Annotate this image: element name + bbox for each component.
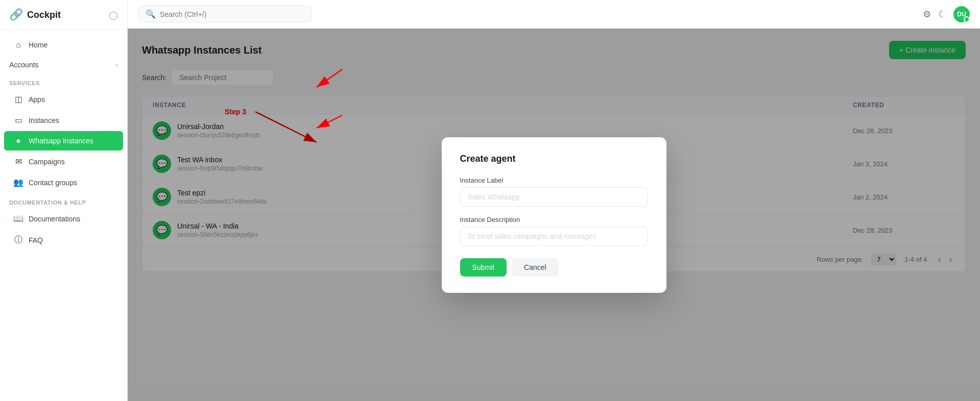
documentations-label: Documentations xyxy=(29,215,80,223)
modal-overlay: Create agent Instance Label Instance Des… xyxy=(128,29,980,401)
create-agent-modal: Create agent Instance Label Instance Des… xyxy=(442,137,666,293)
sidebar-item-accounts[interactable]: Accounts › xyxy=(0,56,127,74)
instance-label-group: Instance Label xyxy=(460,177,648,207)
home-label: Home xyxy=(29,41,47,49)
chevron-right-icon: › xyxy=(115,61,118,69)
docs-icon: 📖 xyxy=(13,214,23,223)
campaigns-icon: ✉ xyxy=(13,157,23,166)
sidebar-item-contact-groups[interactable]: 👥 Contact groups xyxy=(4,172,123,192)
sidebar-nav: ⌂ Home Accounts › SERVICES ◫ Apps ▭ Inst… xyxy=(0,30,127,256)
cancel-button[interactable]: Cancel xyxy=(512,258,559,277)
instance-description-group: Instance Description xyxy=(460,216,648,246)
instance-description-input[interactable] xyxy=(460,227,648,246)
avatar-initials: DU xyxy=(957,11,966,18)
sidebar-item-instances[interactable]: ▭ Instances xyxy=(4,110,123,130)
whatsapp-nav-icon: ● xyxy=(13,136,23,145)
sidebar: 🔗 Cockpit ◯ ⌂ Home Accounts › SERVICES ◫… xyxy=(0,0,128,401)
instances-label: Instances xyxy=(29,116,59,124)
contact-groups-icon: 👥 xyxy=(13,178,23,187)
contact-groups-label: Contact groups xyxy=(29,179,77,187)
faq-label: FAQ xyxy=(29,236,43,244)
apps-label: Apps xyxy=(29,95,45,104)
instance-description-label: Instance Description xyxy=(460,216,648,223)
svg-line-6 xyxy=(317,115,342,128)
submit-button[interactable]: Submit xyxy=(460,258,507,277)
instance-label-label: Instance Label xyxy=(460,177,648,184)
topbar: 🔍 ⚙ ☾ DU xyxy=(128,0,980,29)
home-icon: ⌂ xyxy=(13,40,23,49)
accounts-label: Accounts xyxy=(9,61,39,69)
topbar-actions: ⚙ ☾ DU xyxy=(923,6,970,22)
modal-actions: Submit Cancel xyxy=(460,258,648,277)
theme-toggle-icon[interactable]: ☾ xyxy=(938,9,946,20)
campaigns-label: Campaigns xyxy=(29,158,65,166)
sidebar-item-faq[interactable]: ⓘ FAQ xyxy=(4,230,123,250)
sidebar-item-whatsapp-instances[interactable]: ● Whatsapp Instances xyxy=(4,131,123,151)
sidebar-item-documentations[interactable]: 📖 Documentations xyxy=(4,209,123,229)
sidebar-item-apps[interactable]: ◫ Apps xyxy=(4,89,123,109)
page-content: Whatsapp Instances List + Create instanc… xyxy=(128,29,980,401)
search-input[interactable] xyxy=(160,10,304,18)
search-box[interactable]: 🔍 xyxy=(138,6,312,22)
instance-label-input[interactable] xyxy=(460,187,648,207)
faq-icon: ⓘ xyxy=(13,235,23,245)
sidebar-item-home[interactable]: ⌂ Home xyxy=(4,35,123,55)
whatsapp-instances-label: Whatsapp Instances xyxy=(29,137,93,145)
search-icon: 🔍 xyxy=(146,9,156,19)
modal-annotation-arrows xyxy=(128,29,980,401)
translate-icon[interactable]: ⚙ xyxy=(923,9,931,20)
svg-line-5 xyxy=(317,69,342,87)
avatar[interactable]: DU xyxy=(953,6,970,22)
services-section-label: SERVICES xyxy=(0,74,127,88)
sidebar-item-campaigns[interactable]: ✉ Campaigns xyxy=(4,152,123,171)
settings-icon[interactable]: ◯ xyxy=(109,10,118,20)
instances-icon: ▭ xyxy=(13,115,23,125)
logo-icon: 🔗 xyxy=(9,8,23,21)
docs-section-label: DOCUMENTATION & HELP xyxy=(0,193,127,208)
apps-icon: ◫ xyxy=(13,94,23,104)
app-name: Cockpit xyxy=(27,10,61,20)
modal-title: Create agent xyxy=(460,154,648,164)
sidebar-logo[interactable]: 🔗 Cockpit ◯ xyxy=(0,0,127,30)
main-content: 🔍 ⚙ ☾ DU Whatsapp Instances List + Creat… xyxy=(128,0,980,401)
